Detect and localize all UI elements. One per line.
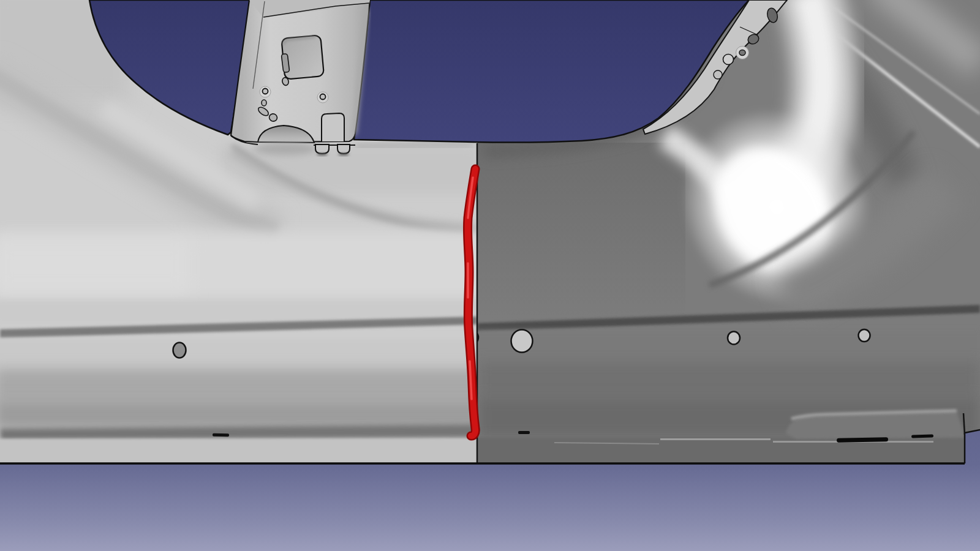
shading-band (0, 240, 190, 293)
pillar-hole (263, 89, 268, 94)
pillar-hole (320, 94, 326, 100)
flange-hole (723, 54, 734, 65)
fastener-hole (728, 332, 740, 345)
slot-mark (518, 431, 530, 434)
foot-shadow (317, 153, 328, 156)
sill-hole (173, 343, 186, 358)
foot-shadow (338, 153, 349, 156)
shading-band (0, 339, 484, 366)
pillar-foot (315, 144, 329, 154)
sill-bottom-strip (0, 439, 484, 464)
shading-band (477, 361, 980, 398)
step-line (660, 438, 771, 440)
pillar-hole (262, 100, 266, 106)
fastener-hole (511, 330, 533, 353)
model-view[interactable] (0, 0, 980, 551)
pillar-foot (337, 144, 350, 154)
shading-band (477, 143, 685, 326)
fastener-hole (859, 329, 870, 342)
shadow-smudge (837, 437, 888, 442)
flange-hole (739, 50, 745, 56)
shading-band (0, 368, 484, 403)
flange-hole (714, 70, 722, 79)
cad-viewport[interactable] (0, 0, 980, 551)
b-pillar[interactable] (231, 0, 370, 156)
pillar-notch (322, 113, 344, 141)
shading-band (355, 144, 473, 146)
slot-mark (213, 433, 229, 437)
arch-shadow (254, 143, 318, 155)
